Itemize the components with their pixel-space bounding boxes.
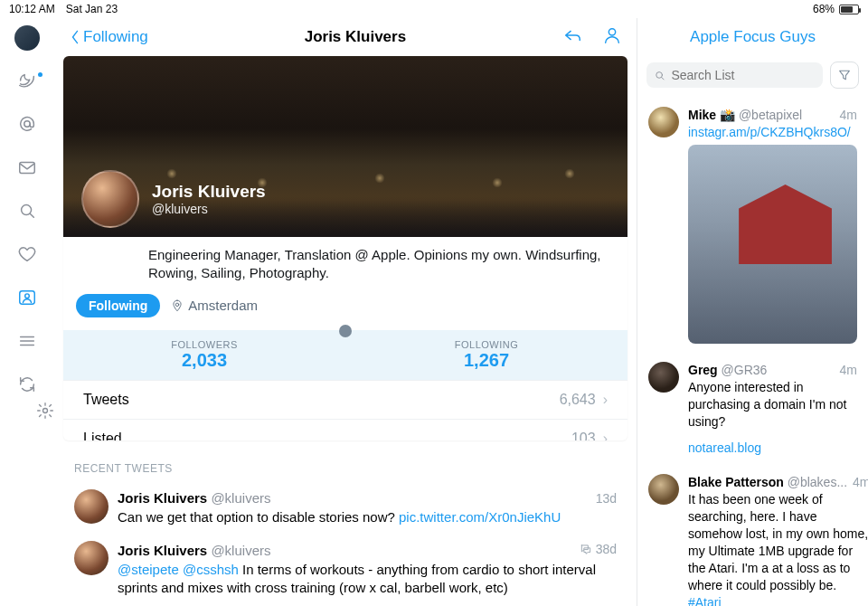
- tweet-avatar[interactable]: [74, 489, 108, 524]
- battery-icon: [839, 5, 859, 14]
- svg-point-7: [176, 303, 180, 307]
- feed-text: Anyone interested in purchasing a domain…: [688, 379, 857, 431]
- svg-point-0: [24, 121, 30, 127]
- filter-button[interactable]: [830, 62, 859, 89]
- chevron-right-icon: ›: [603, 431, 608, 441]
- chevron-left-icon: [69, 28, 81, 46]
- battery-percent: 68%: [813, 3, 835, 15]
- profile-handle: @kluivers: [152, 202, 266, 216]
- more-icon[interactable]: [17, 331, 37, 355]
- status-time: 10:12 AM: [9, 3, 55, 15]
- search-input[interactable]: [671, 68, 816, 82]
- follow-button[interactable]: Following: [76, 294, 160, 317]
- profile-column: Following Joris Kluivers Joris Kluivers …: [54, 18, 637, 606]
- status-bar: 10:12 AM Sat Jan 23 68%: [0, 0, 868, 18]
- tweet-avatar[interactable]: [74, 541, 108, 575]
- conversation-icon: [580, 543, 592, 555]
- tweet-age: 38d: [580, 541, 617, 558]
- drag-handle[interactable]: [339, 325, 352, 337]
- search-icon[interactable]: [17, 201, 37, 224]
- likes-icon[interactable]: [17, 244, 37, 268]
- page-title: Joris Kluivers: [305, 28, 406, 46]
- list-item[interactable]: Blake Patterson @blakes...4m It has been…: [637, 467, 868, 606]
- reply-icon[interactable]: [562, 25, 582, 49]
- profile-location: Amsterdam: [171, 298, 258, 313]
- tweet-text: Can we get that option to disable storie…: [118, 508, 617, 526]
- account-avatar[interactable]: [14, 25, 40, 51]
- location-pin-icon: [171, 299, 184, 312]
- list-item[interactable]: Greg @GR364m Anyone interested in purcha…: [637, 355, 868, 467]
- timeline-icon[interactable]: [17, 71, 37, 94]
- list-column: Apple Focus Guys Mike 📸 @betapixel4m ins…: [637, 18, 868, 606]
- svg-point-6: [609, 29, 615, 35]
- status-date: Sat Jan 23: [66, 3, 118, 15]
- activity-icon[interactable]: [17, 374, 37, 398]
- recent-tweets-heading: RECENT TWEETS: [54, 440, 637, 484]
- search-input-wrap[interactable]: [646, 62, 823, 88]
- cover-image: Joris Kluivers @kluivers: [63, 56, 627, 237]
- mentions-icon[interactable]: [17, 114, 37, 137]
- tweet-row[interactable]: Joris Kluivers @kluivers 38d @steipete @…: [54, 535, 637, 606]
- media-image[interactable]: [688, 145, 857, 344]
- back-label: Following: [83, 28, 148, 46]
- profile-avatar[interactable]: [81, 170, 139, 228]
- sidebar: [0, 18, 54, 606]
- feed-link[interactable]: instagr.am/p/CKZBHQkrs8O/: [688, 124, 857, 141]
- tweet-row[interactable]: Joris Kluivers @kluivers 13d Can we get …: [54, 484, 637, 535]
- search-icon: [654, 69, 665, 82]
- profile-name: Joris Kluivers: [152, 182, 266, 202]
- tweets-row[interactable]: Tweets 6,643›: [63, 380, 627, 419]
- feed-avatar[interactable]: [648, 474, 679, 505]
- svg-point-5: [43, 409, 48, 413]
- svg-point-4: [25, 294, 30, 298]
- chevron-right-icon: ›: [603, 392, 608, 407]
- list-item[interactable]: Mike 📸 @betapixel4m instagr.am/p/CKZBHQk…: [637, 99, 868, 355]
- back-button[interactable]: Following: [69, 28, 148, 46]
- profile-icon[interactable]: [17, 288, 37, 311]
- settings-icon[interactable]: [36, 402, 54, 423]
- feed-text: It has been one week of searching, here.…: [688, 491, 868, 606]
- svg-rect-1: [20, 163, 35, 174]
- feed-avatar[interactable]: [648, 362, 679, 393]
- followers-stat[interactable]: FOLLOWERS 2,033: [63, 330, 345, 380]
- feed-link[interactable]: notareal.blog: [688, 440, 857, 457]
- hashtag-link[interactable]: #Atari: [688, 595, 722, 606]
- profile-bio: Engineering Manager, Translation @ Apple…: [63, 237, 627, 290]
- media-link[interactable]: pic.twitter.com/Xr0nJieKhU: [399, 509, 561, 525]
- mention-link[interactable]: @steipete @csshsh: [118, 562, 239, 577]
- following-stat[interactable]: FOLLOWING 1,267: [345, 330, 627, 380]
- messages-icon[interactable]: [17, 157, 37, 181]
- feed-avatar[interactable]: [648, 107, 679, 137]
- user-icon[interactable]: [602, 25, 622, 49]
- tweet-age: 13d: [596, 490, 617, 507]
- tweet-text: @steipete @csshsh In terms of workouts -…: [118, 561, 617, 598]
- listed-row[interactable]: Listed 103›: [63, 419, 627, 441]
- list-title[interactable]: Apple Focus Guys: [637, 18, 868, 56]
